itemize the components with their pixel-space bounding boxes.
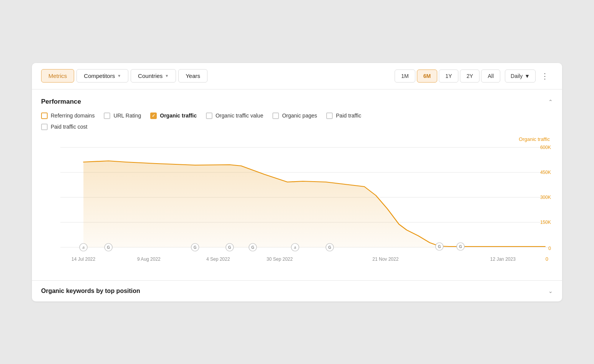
svg-text:12 Jan 2023: 12 Jan 2023 (490, 256, 516, 262)
expand-icon[interactable]: ⌄ (548, 288, 553, 294)
svg-text:a: a (82, 245, 85, 250)
bottom-section: Organic keywords by top position ⌄ (32, 280, 562, 301)
chart-y-axis-label: Organic traffic (41, 136, 553, 142)
checkmark-icon: ✓ (152, 114, 155, 118)
checkboxes-row1: Referring domains URL Rating ✓ Organic t… (41, 113, 553, 119)
period-1m-button[interactable]: 1M (395, 69, 415, 83)
metrics-button[interactable]: Metrics (41, 69, 74, 83)
svg-text:0: 0 (548, 246, 551, 251)
checkbox-organic-traffic-box: ✓ (150, 113, 157, 119)
organic-keywords-title: Organic keywords by top position (41, 288, 140, 295)
nav-right: 1M 6M 1Y 2Y All Daily ▼ ⋮ (395, 69, 553, 83)
bottom-header: Organic keywords by top position ⌄ (41, 288, 553, 295)
chart-container: Organic traffic 600K 450K 300K 150K 0 (41, 136, 553, 277)
checkbox-referring-domains[interactable]: Referring domains (41, 113, 95, 119)
svg-text:150K: 150K (540, 220, 551, 225)
svg-text:G: G (251, 245, 254, 250)
performance-header: Performance ⌃ (41, 98, 553, 106)
svg-text:9 Aug 2022: 9 Aug 2022 (137, 256, 161, 262)
competitors-chevron-icon: ▼ (117, 74, 121, 78)
svg-text:21 Nov 2022: 21 Nov 2022 (372, 256, 398, 262)
svg-text:30 Sep 2022: 30 Sep 2022 (267, 256, 293, 262)
checkbox-organic-traffic-value-box (206, 113, 212, 119)
svg-text:G: G (328, 245, 331, 250)
checkbox-organic-traffic-value[interactable]: Organic traffic value (206, 113, 263, 119)
svg-text:300K: 300K (540, 195, 551, 200)
svg-text:G: G (459, 245, 462, 249)
checkbox-url-rating[interactable]: URL Rating (104, 113, 141, 119)
years-button[interactable]: Years (178, 69, 207, 83)
svg-text:0: 0 (546, 256, 548, 262)
checkbox-url-rating-box (104, 113, 110, 119)
performance-title: Performance (41, 98, 81, 106)
svg-text:a: a (294, 245, 296, 250)
svg-text:600K: 600K (540, 145, 551, 150)
svg-text:G: G (438, 245, 441, 249)
period-6m-button[interactable]: 6M (417, 69, 437, 83)
nav-left: Metrics Competitors ▼ Countries ▼ Years (41, 69, 207, 83)
checkboxes-row2: Paid traffic cost (41, 124, 553, 130)
countries-chevron-icon: ▼ (165, 74, 169, 78)
svg-text:G: G (228, 245, 231, 250)
svg-text:4 Sep 2022: 4 Sep 2022 (206, 256, 230, 262)
performance-section: Performance ⌃ Referring domains URL Rati… (32, 89, 562, 277)
period-2y-button[interactable]: 2Y (460, 69, 480, 83)
countries-button[interactable]: Countries ▼ (131, 69, 176, 83)
daily-button[interactable]: Daily ▼ (505, 69, 536, 83)
svg-text:G: G (194, 245, 197, 250)
more-options-button[interactable]: ⋮ (537, 69, 553, 83)
period-all-button[interactable]: All (481, 69, 500, 83)
svg-text:G: G (107, 245, 110, 250)
chart-svg: 600K 450K 300K 150K 0 (41, 144, 553, 274)
main-card: Metrics Competitors ▼ Countries ▼ Years … (32, 63, 562, 301)
checkbox-paid-traffic-cost[interactable]: Paid traffic cost (41, 124, 87, 130)
checkbox-organic-pages-box (272, 113, 279, 119)
period-1y-button[interactable]: 1Y (439, 69, 458, 83)
checkbox-paid-traffic[interactable]: Paid traffic (326, 113, 361, 119)
checkbox-paid-traffic-cost-box (41, 124, 48, 130)
daily-chevron-icon: ▼ (524, 73, 530, 79)
checkbox-organic-traffic[interactable]: ✓ Organic traffic (150, 113, 197, 119)
checkbox-referring-domains-box (41, 113, 48, 119)
chart-area: 600K 450K 300K 150K 0 (41, 144, 553, 274)
checkbox-organic-pages[interactable]: Organic pages (272, 113, 317, 119)
competitors-button[interactable]: Competitors ▼ (76, 69, 128, 83)
checkbox-paid-traffic-box (326, 113, 333, 119)
top-nav: Metrics Competitors ▼ Countries ▼ Years … (32, 63, 562, 89)
svg-text:450K: 450K (540, 170, 551, 175)
collapse-icon[interactable]: ⌃ (548, 99, 553, 105)
svg-text:14 Jul 2022: 14 Jul 2022 (71, 256, 95, 262)
